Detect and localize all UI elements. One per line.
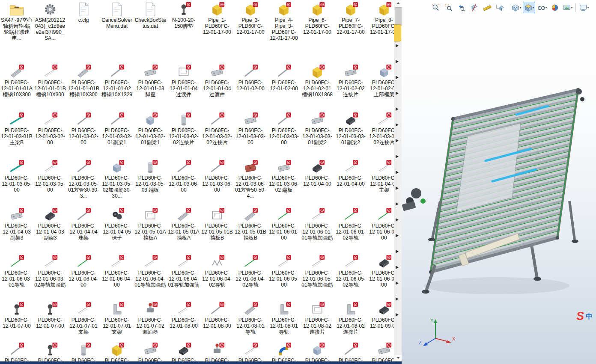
file-item[interactable]: PLD60FC-12-01-02-02 连接片 — [334, 62, 367, 110]
file-item[interactable]: PLD60FC-12-01-13-01 — [301, 340, 334, 361]
file-item[interactable]: c.clg — [67, 0, 100, 62]
file-item[interactable]: PLD60FC-12-01-03-05-03 端板 — [134, 158, 167, 206]
scrollbar-down-button[interactable] — [394, 354, 402, 361]
file-item[interactable]: PLD60FC-12-01-03-02-00 — [67, 110, 100, 158]
file-item[interactable]: PLD60FC-12-01-06-05-00 — [267, 253, 301, 300]
file-item[interactable]: PLD60FC-12-01-13-00 — [267, 340, 301, 361]
file-item[interactable]: PLD60FC-12-01-03-03-01副梁2 — [301, 110, 334, 158]
file-item[interactable]: PLD60FC-12-01-15-00 — [367, 340, 394, 361]
file-list-scrollbar[interactable] — [394, 0, 402, 361]
apply-scene-button[interactable]: ▾ — [561, 2, 574, 13]
previous-view-button[interactable] — [455, 2, 468, 13]
file-item[interactable]: PLD60FC-12-01-07-01支架 — [67, 300, 100, 340]
file-item[interactable]: PLD60FC-12-01-01-01B 槽钢10X300 — [33, 62, 67, 110]
file-item[interactable]: PLD60FC-12-01-03-03-02连接片 — [367, 110, 394, 158]
file-item[interactable]: PLD60FC-12-01-07-00 — [33, 300, 67, 340]
file-item[interactable]: Pipe_8-PLD60FC-12-01-17-00 — [367, 0, 394, 62]
display-style-button[interactable]: ▾ — [523, 2, 535, 13]
view-orientation-button[interactable]: ▾ — [510, 2, 522, 13]
file-item[interactable]: PLD60FC-12-01-14-00 — [334, 340, 367, 361]
file-item[interactable]: PLD60FC-12-01-03-05-00 — [33, 158, 67, 206]
file-item[interactable]: PLD60FC-12-01-11-00 — [100, 340, 134, 361]
file-item[interactable]: PLD60FC-12-01-03-02-02连接片 — [200, 110, 234, 158]
file-item[interactable]: PLD60FC-12-01-08-01导轨 — [234, 300, 267, 340]
file-item[interactable]: PLD60FC-12-01-11-01 — [134, 340, 167, 361]
zoom-to-area-button[interactable] — [442, 2, 455, 13]
file-item[interactable]: PLD60FC-12-01-08-01导轨 — [267, 300, 301, 340]
file-item[interactable]: PLD60FC-12-01-06-02-00 — [367, 206, 394, 253]
file-item[interactable]: CheckBoxStatus.dat — [134, 0, 167, 62]
file-item[interactable]: PLD60FC-12-01-01-04 过渡件 — [200, 62, 234, 110]
file-item[interactable]: PLD60FC-12-01-08-00 — [167, 300, 200, 340]
file-item[interactable]: PLD60FC-12-01-03-06-00 — [167, 158, 200, 206]
file-item[interactable]: PLD60FC-12-01-08-00 — [200, 300, 234, 340]
file-item[interactable]: PLD60FC-12-01-04-05珠子 — [100, 206, 134, 253]
file-item[interactable]: PLD60FC-12-01-03-03-01副梁2 — [334, 110, 367, 158]
file-item[interactable]: PLD60FC-12-01-10-02 — [67, 340, 100, 361]
sogou-logo-icon[interactable]: S — [576, 311, 584, 322]
file-item[interactable]: CancelSolverMenu.dat — [100, 0, 134, 62]
file-item[interactable]: PLD60FC-12-01-03-06-00 — [200, 158, 234, 206]
file-item[interactable]: PLD60FC-12-01-05-01B挡板B — [200, 206, 234, 253]
file-item[interactable]: PLD60FC-12-01-07-00 — [0, 300, 33, 340]
dropdown-arrow-icon[interactable]: ▾ — [587, 6, 589, 9]
file-item[interactable]: PLD60FC-12-01-03-03-00 — [234, 110, 267, 158]
3d-drawing-view-button[interactable] — [494, 2, 506, 13]
file-item[interactable]: PLD60FC-12-01-05-01B挡板B — [234, 206, 267, 253]
file-item[interactable]: PLD60FC-12-01-06-05-02导轨 — [334, 253, 367, 300]
file-item[interactable]: PLD60FC-12-01-08-02连接片 — [334, 300, 367, 340]
file-item[interactable]: PLD60FC-12-01-12-01 — [234, 340, 267, 361]
file-item[interactable]: PLD60FC-12-01-03-06-02 端板 — [267, 158, 301, 206]
file-item[interactable]: PLD60FC-12-01-08-02连接片 — [301, 300, 334, 340]
file-item[interactable]: PLD60FC-12-01-03-03-00 — [267, 110, 301, 158]
cad-model[interactable] — [402, 0, 596, 364]
file-item[interactable]: PLD60FC-12-01-02-00上部框架 — [367, 62, 394, 110]
file-item[interactable]: Pipe_1-PLD60FC-12-01-17-00 — [200, 0, 234, 62]
measure-button[interactable] — [481, 2, 493, 13]
dropdown-arrow-icon[interactable]: ▾ — [533, 6, 534, 9]
file-item[interactable]: ASM(201212043)_c1d8eee2ef37f990_SA... — [33, 0, 67, 62]
file-item[interactable]: PLD60FC-12-01-07-01支架 — [100, 300, 134, 340]
graphics-viewport[interactable]: ▾▾▾▾▾ Y X Z S 中 — [402, 0, 596, 364]
file-item[interactable]: PLD60FC-12-01-04-00 — [301, 158, 334, 206]
ime-language-label[interactable]: 中 — [586, 313, 593, 320]
file-item[interactable]: PLD60FC-12-01-06-01-02导轨 — [334, 206, 367, 253]
file-item[interactable]: PLD60FC-12-01-06-04-00 — [67, 253, 100, 300]
dropdown-arrow-icon[interactable]: ▾ — [520, 6, 522, 9]
file-item[interactable]: PLD60FC-12-01-03-02-02连接片 — [167, 110, 200, 158]
file-item[interactable]: PLD60FC-12-01-06-01-01导轨加强筋 — [301, 206, 334, 253]
file-item[interactable]: N-100-20-150脚垫 — [167, 0, 200, 62]
file-item[interactable]: PLD60FC-12-01-04-03副架3 — [33, 206, 67, 253]
dropdown-arrow-icon[interactable]: ▾ — [571, 6, 573, 9]
scrollbar-thumb[interactable] — [395, 7, 402, 26]
file-item[interactable]: PLD60FC-12-01-11-02 — [167, 340, 200, 361]
file-item[interactable]: PLD60FC-12-01-06-03-02导轨加强筋 — [33, 253, 67, 300]
file-item[interactable]: PLD60FC-12-01-02-00 — [234, 62, 267, 110]
file-item[interactable]: PLD60FC-12-01-06-04-01导轨加强筋 — [134, 253, 167, 300]
file-item[interactable]: PLD60FC-12-01-02-00 — [267, 62, 301, 110]
file-item[interactable]: PLD60FC-12-01-01-01A槽钢10X300 — [0, 62, 33, 110]
file-item[interactable]: PLD60FC-12-01-06-03-01导轨 — [0, 253, 33, 300]
file-item[interactable]: PLD60FC-12-01-03-05-01方管30-30-3... — [67, 158, 100, 206]
scrollbar-up-button[interactable] — [394, 0, 402, 7]
file-item[interactable]: PLD60FC-12-01-07-02漏油器 — [134, 300, 167, 340]
file-item[interactable]: PLD60FC-12-01-05-01A挡板A — [134, 206, 167, 253]
file-item[interactable]: PLD60FC-12-01-03-05-00 — [0, 158, 33, 206]
file-item[interactable]: PLD60FC-12-01-03-02-01副梁1 — [134, 110, 167, 158]
file-item[interactable]: PLD60FC-12-01-05-01A挡板A — [167, 206, 200, 253]
file-item[interactable]: PLD60FC-12-01-03-01B主梁B — [0, 110, 33, 158]
file-item[interactable]: Pipe_3-PLD60FC-12-01-17-00 — [234, 0, 267, 62]
file-item[interactable]: PLD60FC-12-01-04-03副架3 — [0, 206, 33, 253]
section-view-button[interactable] — [468, 2, 480, 13]
file-item[interactable]: PLD60FC-12-01-06-04-02导轨 — [234, 253, 267, 300]
file-item[interactable]: PLD60FC-12-01-03-06-01方管50-50-4... — [234, 158, 267, 206]
file-item[interactable]: Pipe_6-PLD60FC-12-01-17-00 — [301, 0, 334, 62]
screen-settings-button[interactable]: ▾ — [578, 2, 590, 13]
ime-badge[interactable]: S 中 — [576, 311, 593, 322]
file-item[interactable]: PLD60FC-12-01-02-01 槽钢10X1868 — [301, 62, 334, 110]
file-item[interactable]: PLD60FC-12-01-06-05-01导轨加强筋 — [301, 253, 334, 300]
file-item[interactable]: PLD60FC-12-01-04-04珠架 — [67, 206, 100, 253]
file-item[interactable]: PLD60FC-12-01-10-01 — [33, 340, 67, 361]
file-item[interactable]: PLD60FC-12-01-06-06-00 — [367, 253, 394, 300]
hide-show-items-button[interactable]: ▾ — [536, 2, 548, 13]
